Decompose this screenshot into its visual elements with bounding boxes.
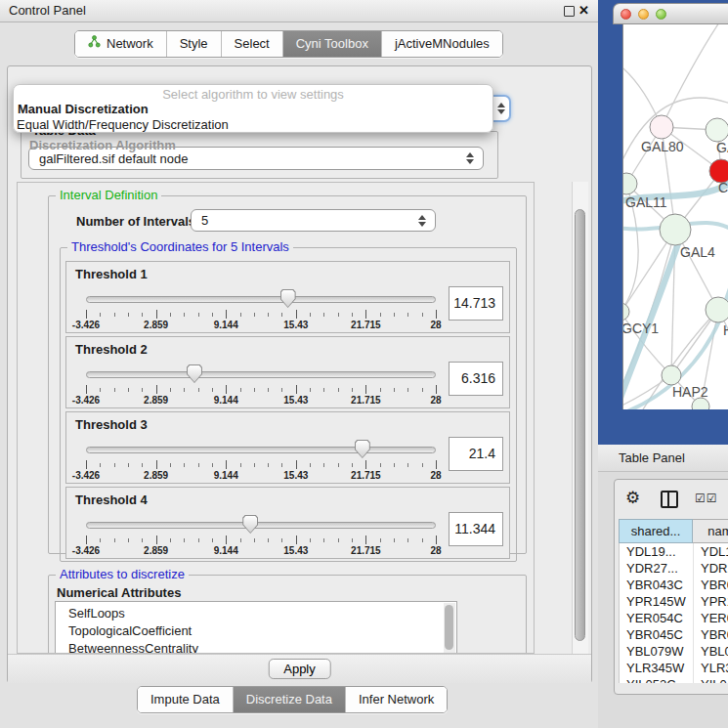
minimize-traffic-light-icon[interactable]: [638, 9, 649, 20]
close-icon[interactable]: ✕: [578, 0, 589, 21]
slider-thumb[interactable]: [280, 289, 296, 308]
network-node[interactable]: [650, 115, 673, 139]
slider-thumb[interactable]: [242, 515, 258, 534]
app-root: Control Panel ✕ Network Style Select Cy: [0, 0, 728, 728]
thresholds-group-title: Threshold's Coordinates for 5 Intervals: [67, 240, 293, 254]
threshold-2-value-field[interactable]: 6.316: [449, 362, 503, 396]
algorithm-combobox-edge[interactable]: [493, 95, 511, 122]
table-cell: YDR27...: [620, 560, 694, 577]
axis-tick-label: 28: [430, 545, 441, 556]
split-view-icon[interactable]: [661, 491, 678, 508]
table-cell: YLR3: [694, 660, 728, 676]
network-node-label: C: [718, 180, 728, 195]
list-item[interactable]: SelfLoops: [56, 605, 456, 622]
slider-ruler: [86, 385, 436, 394]
slider-thumb[interactable]: [187, 364, 202, 383]
table-row[interactable]: YBR045CYBR0: [620, 626, 728, 643]
threshold-1-label: Threshold 1: [75, 267, 148, 281]
axis-tick-label: 9.144: [214, 395, 238, 406]
zoom-traffic-light-icon[interactable]: [656, 9, 666, 20]
list-scrollbar-thumb[interactable]: [445, 605, 453, 650]
network-node-label: GAL11: [625, 194, 667, 210]
tab-discretize-data[interactable]: Discretize Data: [234, 687, 346, 712]
axis-tick-label: 2.859: [144, 545, 168, 556]
tab-infer-network[interactable]: Infer Network: [346, 687, 447, 712]
table-cell: YLR345W: [620, 660, 694, 676]
table-row[interactable]: YPR145WYPR1: [620, 593, 728, 610]
network-view-canvas[interactable]: GAL80GACGAL11GAL4GCY1HHAP2: [622, 24, 728, 409]
list-item[interactable]: BetweennessCentrality: [56, 640, 456, 654]
tab-jactivemnodules[interactable]: jActiveMNodules: [382, 31, 502, 57]
table-row[interactable]: YIL052CYIL0: [620, 676, 728, 683]
network-node[interactable]: [623, 303, 629, 321]
network-node-label: HAP2: [672, 384, 708, 400]
threshold-4-slider[interactable]: -3.4262.8599.14415.4321.71528: [86, 515, 436, 554]
network-window-titlebar[interactable]: [613, 3, 728, 24]
tab-style[interactable]: Style: [167, 31, 222, 57]
threshold-3-slider[interactable]: -3.4262.8599.14415.4321.71528: [86, 440, 436, 479]
table-cell: YIL0: [694, 676, 728, 683]
network-node[interactable]: [706, 297, 728, 322]
apply-button[interactable]: Apply: [268, 659, 331, 679]
algorithm-hint-text: Select algorithm to view settings: [14, 87, 492, 102]
number-of-intervals-spinner[interactable]: 5: [191, 209, 436, 232]
tab-label: Style: [180, 31, 208, 57]
list-item[interactable]: TopologicalCoefficient: [56, 622, 456, 640]
table-cell: YER0: [694, 610, 728, 626]
table-row[interactable]: YLR345WYLR3: [620, 660, 728, 676]
axis-tick-label: 28: [430, 470, 441, 481]
axis-tick-label: 21.715: [351, 320, 381, 330]
threshold-2-panel: Threshold 2 -3.4262.8599.14415.4321.7152…: [65, 336, 510, 408]
numerical-attributes-list[interactable]: SelfLoops TopologicalCoefficient Between…: [55, 601, 457, 654]
tab-network[interactable]: Network: [75, 31, 167, 57]
table-cell: YDL19...: [620, 543, 694, 560]
threshold-1-slider[interactable]: -3.4262.8599.14415.4321.71528: [86, 289, 436, 328]
table-row[interactable]: YER054CYER0: [620, 610, 728, 626]
tab-impute-data[interactable]: Impute Data: [138, 687, 234, 712]
slider-track: [86, 371, 436, 378]
interval-definition-group-title: Interval Definition: [56, 189, 161, 202]
close-traffic-light-icon[interactable]: [621, 9, 631, 20]
column-header-name[interactable]: name: [693, 519, 728, 543]
tab-select[interactable]: Select: [222, 31, 283, 57]
tab-cyni-toolbox[interactable]: Cyni Toolbox: [283, 31, 382, 57]
combo-stepper-icon: [466, 152, 475, 164]
slider-thumb[interactable]: [355, 440, 370, 458]
threshold-2-slider[interactable]: -3.4262.8599.14415.4321.71528: [86, 364, 436, 404]
attributes-group: Attributes to discretize Numerical Attri…: [48, 575, 527, 654]
dropdown-option-equal-width-frequency[interactable]: Equal Width/Frequency Discretization: [17, 117, 229, 132]
threshold-1-panel: Threshold 1 -3.4262.8599.14415.4321.7152…: [65, 261, 510, 333]
gear-icon[interactable]: ⚙: [625, 488, 640, 507]
dropdown-option-manual-discretization[interactable]: Manual Discretization: [18, 102, 149, 116]
float-window-icon[interactable]: [564, 6, 575, 17]
axis-tick-label: 15.43: [283, 320, 308, 330]
axis-tick-label: 2.859: [144, 470, 168, 481]
slider-ruler: [86, 535, 436, 544]
discretization-algorithm-group-title: Discretization Algorithm: [29, 138, 176, 152]
desktop-area: GAL80GACGAL11GAL4GCY1HHAP2 Table Panel ⚙…: [598, 0, 728, 728]
settings-vertical-scrollbar[interactable]: [572, 182, 588, 654]
threshold-4-value-field[interactable]: 11.344: [449, 512, 503, 546]
column-header-shared-name[interactable]: shared...: [619, 519, 693, 543]
network-node[interactable]: [706, 118, 728, 142]
network-node[interactable]: [660, 214, 691, 245]
settings-scrollbar-thumb[interactable]: [575, 209, 585, 641]
list-scrollbar[interactable]: [444, 603, 455, 654]
table-row[interactable]: YBR043CYBR0: [620, 577, 728, 593]
table-row[interactable]: YDL19...YDL1: [620, 543, 728, 560]
threshold-4-panel: Threshold 4 -3.4262.8599.14415.4321.7152…: [65, 487, 510, 559]
threshold-4-label: Threshold 4: [75, 492, 148, 507]
node-attribute-table: shared... name YDL19...YDL1YDR27...YDR2Y…: [619, 519, 728, 683]
top-tabbar: Network Style Select Cyni Toolbox jActiv…: [74, 30, 503, 58]
table-row[interactable]: YBL079WYBL0: [620, 643, 728, 660]
table-cell: YBR0: [694, 626, 728, 643]
network-node[interactable]: [662, 365, 681, 385]
table-cell: YBR0: [694, 577, 728, 593]
select-columns-icon[interactable]: ☑☑: [695, 492, 718, 505]
combo-stepper-icon: [497, 103, 506, 114]
threshold-1-value-field[interactable]: 14.713: [449, 286, 503, 321]
table-cell: YDL1: [694, 543, 728, 560]
threshold-3-value-field[interactable]: 21.4: [449, 437, 503, 471]
table-row[interactable]: YDR27...YDR2: [620, 560, 728, 577]
threshold-3-label: Threshold 3: [75, 417, 148, 432]
